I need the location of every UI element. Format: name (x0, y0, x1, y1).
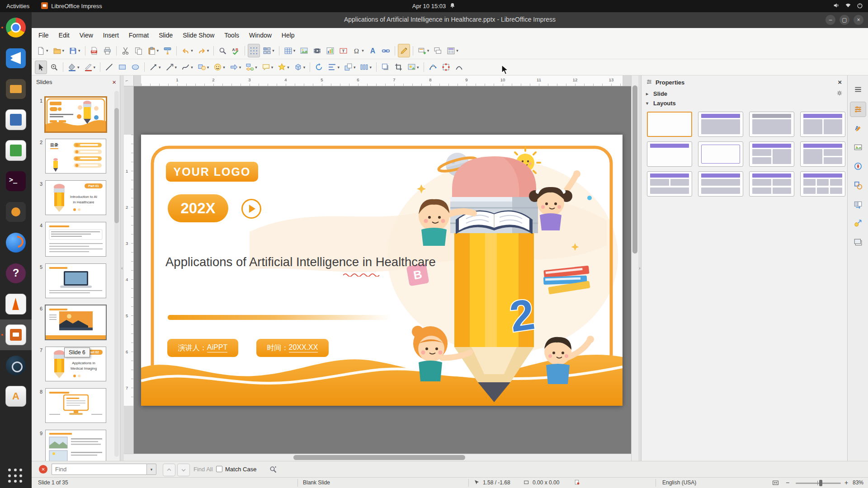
dock-app-firefox[interactable] (0, 227, 32, 258)
layout-title-content[interactable] (749, 112, 794, 137)
crop-button[interactable] (392, 61, 405, 74)
3d-objects-button[interactable]: ▾ (292, 61, 307, 74)
display-grid-button[interactable] (248, 44, 260, 57)
rotate-button[interactable] (313, 61, 325, 74)
menu-insert[interactable]: Insert (98, 29, 124, 41)
navigator-tab-icon[interactable] (850, 159, 866, 174)
slides-scrollbar[interactable] (114, 91, 119, 457)
find-all-button[interactable]: Find All (193, 466, 213, 473)
menu-view[interactable]: View (75, 29, 98, 41)
menu-help[interactable]: Help (277, 29, 300, 41)
special-character-button[interactable]: Ω▾ (350, 44, 366, 57)
stars-banners-button[interactable]: ▾ (276, 61, 291, 74)
layout-title-content-2content[interactable] (800, 141, 845, 167)
hyperlink-button[interactable] (380, 44, 392, 57)
slide-presenter-button[interactable]: 演讲人：AiPPT (167, 339, 238, 357)
dock-app-files[interactable] (0, 74, 32, 104)
dock-app-steam[interactable] (0, 350, 32, 381)
activities-button[interactable]: Activities (6, 3, 29, 9)
cut-button[interactable] (119, 44, 132, 57)
flowchart-button[interactable]: ▾ (244, 61, 259, 74)
system-tray[interactable] (833, 2, 863, 10)
slide-thumbnail-2[interactable]: 目录 (45, 139, 106, 174)
dock-app-help[interactable] (0, 258, 32, 289)
dock-app-calc[interactable] (0, 135, 32, 166)
shadow-button[interactable] (379, 61, 392, 74)
status-layout-name[interactable]: Blank Slide (303, 479, 330, 486)
minimize-button[interactable]: – (826, 15, 835, 25)
dock-app-media[interactable] (0, 197, 32, 227)
properties-tab-icon[interactable] (850, 102, 866, 117)
animation-tab-icon[interactable] (850, 216, 866, 231)
layout-title-content-over-content[interactable] (698, 171, 743, 197)
slide-layout-button[interactable]: ▾ (445, 44, 460, 57)
zoom-in-button[interactable]: + (844, 479, 848, 486)
insert-table-button[interactable]: ▾ (282, 44, 297, 57)
master-slides-tab-icon[interactable] (850, 235, 866, 250)
slide-thumbnail-1[interactable] (44, 96, 107, 133)
close-button[interactable]: × (854, 15, 863, 25)
ellipse-button[interactable] (129, 61, 142, 74)
slide-section-header[interactable]: ▸ Slide (642, 89, 847, 99)
vertical-scrollbar[interactable] (631, 75, 638, 461)
clock[interactable]: Apr 10 15:03 (412, 2, 456, 10)
zoom-slider-track[interactable] (796, 483, 841, 484)
new-slide-button[interactable]: ▾ (416, 44, 431, 57)
ruler-corner-tab-selector[interactable]: ⌐ (124, 75, 134, 86)
slides-scrollbar-thumb[interactable] (114, 108, 119, 223)
layout-title-2content-content[interactable] (749, 141, 794, 167)
zoom-slider-handle[interactable] (819, 480, 822, 486)
save-button[interactable]: ▾ (67, 44, 82, 57)
duplicate-slide-button[interactable] (432, 44, 444, 57)
find-history-dropdown-icon[interactable]: ▾ (146, 464, 156, 475)
slide-year-badge[interactable]: 202X (168, 194, 228, 222)
insert-line-button[interactable] (103, 61, 115, 74)
slides-panel-close-icon[interactable]: × (112, 75, 116, 89)
align-button[interactable]: ▾ (326, 61, 341, 74)
line-color-button[interactable]: ▾ (82, 61, 98, 74)
find-input[interactable] (52, 464, 146, 475)
insert-image-button[interactable] (298, 44, 310, 57)
layout-title-2content-over-content[interactable] (647, 171, 692, 197)
app-grid-button[interactable] (7, 467, 25, 485)
block-arrows-button[interactable]: ▾ (228, 61, 243, 74)
menu-slide-show[interactable]: Slide Show (178, 29, 219, 41)
document-modified-icon[interactable] (574, 479, 580, 487)
section-settings-icon[interactable] (836, 90, 843, 98)
layout-title-4content[interactable] (749, 171, 794, 197)
status-zoom-percent[interactable]: 83% (853, 479, 863, 486)
layout-centered-text[interactable] (698, 141, 743, 167)
slide-date-button[interactable]: 时间：20XX.XX (256, 339, 329, 357)
layout-title-6content[interactable] (800, 171, 845, 197)
slide-thumbnail-5[interactable] (45, 263, 106, 298)
distribution-button[interactable]: ▾ (358, 61, 373, 74)
maximize-button[interactable]: ▢ (840, 15, 849, 25)
workspace-canvas[interactable]: B (134, 86, 631, 454)
slide-thumbnail-6[interactable] (45, 305, 107, 340)
rectangle-button[interactable] (116, 61, 128, 74)
slides-panel-splitter[interactable]: ‹ (120, 75, 124, 461)
insert-textbox-button[interactable]: T (337, 44, 349, 57)
lines-arrows-button[interactable]: ▾ (164, 61, 179, 74)
sidebar-settings-tab-icon[interactable] (850, 82, 866, 97)
menu-format[interactable]: Format (124, 29, 154, 41)
find-next-button[interactable] (177, 464, 190, 476)
new-document-button[interactable]: ▾ (35, 44, 50, 57)
layout-blank[interactable] (647, 112, 692, 137)
slide-thumbnail-8[interactable] (45, 388, 106, 423)
properties-close-icon[interactable]: × (838, 78, 842, 86)
vertical-ruler[interactable]: 1234567 (124, 86, 134, 454)
active-app-menu[interactable]: LibreOffice Impress (41, 2, 102, 10)
insert-media-button[interactable] (311, 44, 323, 57)
horizontal-scrollbar-thumb[interactable] (293, 455, 465, 460)
layout-title-only[interactable] (647, 141, 692, 167)
select-button[interactable] (35, 61, 47, 74)
dock-app-writer[interactable] (0, 104, 32, 135)
status-object-size[interactable]: 0.00 x 0.00 (533, 479, 559, 486)
symbol-shapes-button[interactable]: ▾ (212, 61, 227, 74)
status-language[interactable]: English (USA) (662, 479, 696, 486)
play-button-icon[interactable] (241, 199, 261, 219)
line-arrow-button[interactable]: ▾ (147, 61, 163, 74)
fontwork-button[interactable]: A (367, 44, 379, 57)
slide-thumbnail-3[interactable]: Part 01 Introduction to AI in Healthcare (45, 180, 106, 215)
